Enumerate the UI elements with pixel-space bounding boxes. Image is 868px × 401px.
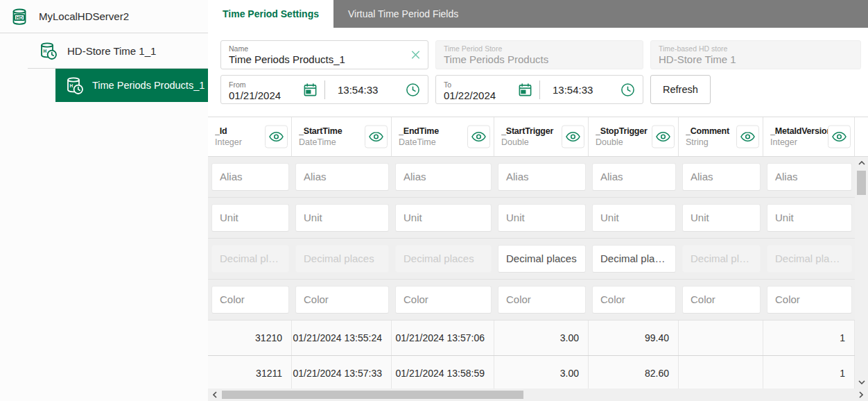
scroll-down-button[interactable] [855, 376, 868, 389]
from-date[interactable]: From 01/21/2024 [221, 77, 303, 103]
to-calendar-button[interactable] [518, 83, 532, 97]
unit-input[interactable]: Unit [767, 204, 852, 232]
unit-input[interactable]: Unit [295, 204, 389, 232]
table-cell-starttrigger: 3.00 [494, 321, 589, 355]
unit-input[interactable]: Unit [682, 204, 761, 232]
column-visibility-button[interactable] [652, 126, 675, 148]
from-datetime-field[interactable]: From 01/21/2024 13:54:33 [220, 75, 428, 104]
calendar-icon [303, 83, 318, 97]
column-type: Double [501, 137, 553, 147]
color-input[interactable]: Color [767, 286, 852, 314]
decimal-places-input: Decimal places [767, 245, 852, 273]
name-field[interactable]: Name [220, 40, 428, 69]
table-row[interactable]: 3121001/21/2024 13:55:2401/21/2024 13:57… [208, 321, 855, 356]
alias-input[interactable]: Alias [592, 163, 676, 191]
column-type: DateTime [299, 137, 342, 147]
scroll-right-button[interactable] [856, 389, 867, 401]
column-visibility-button[interactable] [365, 126, 388, 148]
column-name: _Id [215, 126, 242, 136]
unit-input[interactable]: Unit [592, 204, 676, 232]
svg-text:H: H [69, 83, 73, 87]
color-input[interactable]: Color [295, 286, 389, 314]
field-input-cell: Alias [292, 157, 392, 197]
from-time-value[interactable]: 13:54:33 [338, 84, 378, 96]
decimal-places-input[interactable]: Decimal places [498, 245, 586, 273]
column-visibility-button[interactable] [467, 126, 490, 148]
vertical-scroll-thumb[interactable] [857, 171, 866, 195]
from-calendar-button[interactable] [303, 83, 318, 97]
to-clock-button[interactable] [620, 83, 635, 97]
table-cell-comment [679, 356, 763, 389]
tab-time-period-settings[interactable]: Time Period Settings [208, 0, 333, 28]
vertical-scrollbar[interactable] [855, 157, 868, 389]
alias-input[interactable]: Alias [395, 163, 492, 191]
table-row[interactable]: 3121101/21/2024 13:57:3301/21/2024 13:58… [208, 356, 855, 389]
scroll-left-button[interactable] [209, 389, 220, 401]
eye-icon [566, 132, 580, 142]
unit-input[interactable]: Unit [211, 204, 289, 232]
unit-input[interactable]: Unit [395, 204, 492, 232]
color-input[interactable]: Color [498, 286, 586, 314]
color-input[interactable]: Color [395, 286, 492, 314]
decimal-places-input[interactable]: Decimal places [592, 245, 676, 273]
alias-input[interactable]: Alias [682, 163, 761, 191]
color-input[interactable]: Color [682, 286, 761, 314]
field-input-cell: Decimal places [494, 239, 589, 279]
table-cell-id: 31211 [208, 356, 292, 389]
table-cell-starttrigger: 3.00 [494, 356, 589, 389]
alias-input[interactable]: Alias [498, 163, 586, 191]
name-input[interactable] [229, 53, 403, 67]
sidebar-item-hd-store[interactable]: H HD-Store Time 1_1 [0, 33, 208, 68]
from-date-value: 01/21/2024 [229, 89, 303, 103]
clock-icon [406, 83, 420, 97]
from-clock-button[interactable] [406, 83, 420, 97]
table-cell-metaidversion: 1 [763, 356, 855, 389]
clear-name-button[interactable] [408, 48, 423, 62]
hd-store-field: Time-based HD store HD-Store Time 1 [650, 40, 861, 69]
column-header-stoptrigger: _StopTriggerDouble [589, 117, 679, 156]
color-input[interactable]: Color [211, 286, 289, 314]
alias-input[interactable]: Alias [295, 163, 389, 191]
field-input-cell: Unit [494, 198, 589, 238]
to-date[interactable]: To 01/22/2024 [436, 77, 518, 103]
column-name: _Comment [686, 126, 729, 136]
alias-input[interactable]: Alias [767, 163, 852, 191]
column-header-id: _IdInteger [208, 117, 292, 156]
unit-input[interactable]: Unit [498, 204, 586, 232]
table-cell-stoptrigger: 82.60 [589, 356, 679, 389]
sidebar-item-label: MyLocalHDServer2 [39, 10, 129, 22]
alias-input[interactable]: Alias [211, 163, 289, 191]
decimal-places-input: Decimal places [211, 245, 289, 273]
unit-row: UnitUnitUnitUnitUnitUnitUnit [208, 198, 855, 239]
chevron-up-icon [858, 161, 865, 165]
column-visibility-button[interactable] [736, 126, 759, 148]
column-visibility-button[interactable] [562, 126, 584, 148]
to-time-value[interactable]: 13:54:33 [553, 84, 593, 96]
tab-virtual-time-period-fields[interactable]: Virtual Time Period Fields [333, 0, 473, 28]
field-input-cell: Unit [679, 198, 763, 238]
to-datetime-field[interactable]: To 01/22/2024 13:54:33 [435, 75, 643, 104]
alias-row: AliasAliasAliasAliasAliasAliasAlias [208, 157, 855, 198]
field-input-cell: Color [494, 280, 589, 320]
column-header-starttime: _StartTimeDateTime [292, 117, 392, 156]
sidebar-item-server[interactable]: HD MyLocalHDServer2 [0, 0, 208, 33]
color-input[interactable]: Color [592, 286, 676, 314]
field-input-cell: Alias [679, 157, 763, 197]
horizontal-scroll-thumb[interactable] [222, 391, 523, 399]
field-divider [539, 80, 540, 99]
eye-icon [471, 132, 486, 142]
field-input-cell: Unit [763, 198, 855, 238]
refresh-button[interactable]: Refresh [650, 75, 711, 104]
table-cell-stoptrigger: 99.40 [589, 321, 679, 355]
sidebar: HD MyLocalHDServer2 H HD-Store Time 1_1 [0, 0, 208, 401]
column-visibility-button[interactable] [828, 126, 851, 148]
sidebar-item-time-periods[interactable]: H Time Periods Products_1 [55, 69, 208, 102]
scroll-up-button[interactable] [855, 157, 868, 169]
horizontal-scrollbar[interactable] [208, 389, 868, 401]
column-visibility-button[interactable] [265, 126, 288, 148]
table-cell-starttime: 01/21/2024 13:55:24 [292, 321, 392, 355]
field-input-cell: Alias [589, 157, 679, 197]
eye-icon [656, 132, 670, 142]
color-row: ColorColorColorColorColorColorColor [208, 280, 855, 321]
field-input-cell: Decimal places [392, 239, 494, 279]
